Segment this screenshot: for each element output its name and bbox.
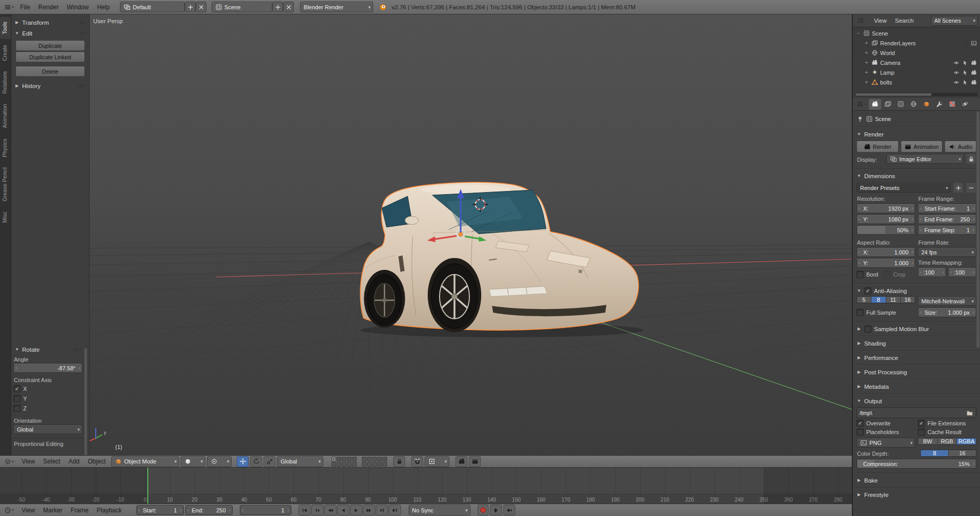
file-extensions-toggle[interactable]: File Extensions [918, 420, 976, 427]
outliner-item-scene[interactable]: −Scene [853, 28, 980, 38]
layer-cell[interactable] [337, 462, 341, 467]
expand-plus-icon[interactable]: + [864, 70, 869, 75]
timeline-menu-view[interactable]: View [18, 507, 39, 514]
render-engine-dropdown[interactable]: Blender Render [300, 2, 373, 12]
render-visibility-toggle-icon[interactable] [971, 60, 977, 66]
render-presets-dropdown[interactable]: Render Presets [856, 183, 951, 193]
drag-grip-icon[interactable] [79, 32, 86, 35]
shelf-tab-grease-pencil[interactable]: Grease Pencil [0, 163, 11, 206]
properties-tab-modifiers[interactable] [933, 99, 946, 110]
shelf-tab-create[interactable]: Create [0, 40, 11, 66]
manipulator-scale-button[interactable] [264, 456, 275, 467]
drag-grip-icon[interactable] [74, 348, 81, 351]
outliner-menu-search[interactable]: Search [891, 18, 918, 24]
layer-cell[interactable] [372, 462, 377, 467]
checkbox-icon[interactable] [883, 271, 890, 278]
aspect-x-field[interactable]: X: 1.000 [856, 247, 915, 257]
checkbox-icon[interactable] [856, 428, 864, 436]
3d-viewport[interactable]: x y User Persp (1) [90, 14, 852, 455]
aspect-y-field[interactable]: Y: 1.000 [856, 258, 915, 268]
properties-tab-object[interactable] [920, 99, 933, 110]
history-panel-header[interactable]: History [11, 80, 89, 91]
output-path-field[interactable]: /tmp\ [856, 407, 976, 418]
expand-plus-icon[interactable]: + [864, 40, 869, 46]
layer-cell[interactable] [347, 457, 352, 461]
properties-scrollbar[interactable] [976, 111, 979, 348]
layer-cell[interactable] [331, 457, 336, 461]
sampled-motion-blur-panel-header[interactable]: Sampled Motion Blur [856, 323, 976, 334]
performance-panel-header[interactable]: Performance [856, 352, 976, 363]
layer-cell[interactable] [377, 457, 382, 461]
resolution-x-field[interactable]: X: 1920 px [856, 203, 915, 213]
viewport-menu-add[interactable]: Add [64, 458, 83, 465]
expand-plus-icon[interactable]: + [864, 50, 869, 56]
shelf-tab-physics[interactable]: Physics [0, 134, 11, 162]
mode-dropdown[interactable]: Object Mode [111, 456, 179, 467]
pin-icon[interactable] [856, 115, 864, 123]
checkbox-checked-icon[interactable] [856, 420, 864, 427]
expand-plus-icon[interactable]: + [864, 79, 869, 85]
shelf-tab-animation[interactable]: Animation [0, 99, 11, 133]
previous-keyframe-button[interactable] [311, 505, 324, 515]
editor-type-selector[interactable] [2, 507, 16, 514]
rotate-panel-header[interactable]: Rotate [13, 344, 82, 355]
layer-cell[interactable] [362, 457, 366, 461]
axis-y-toggle[interactable]: Y [13, 393, 82, 403]
layer-cell[interactable] [377, 462, 382, 467]
visibility-toggle-eye-icon[interactable] [953, 79, 959, 85]
selectability-toggle-icon[interactable] [962, 70, 968, 76]
placeholders-toggle[interactable]: Placeholders [856, 428, 915, 436]
add-preset-button[interactable] [953, 182, 964, 193]
manipulator-rotate-button[interactable] [250, 456, 262, 467]
resolution-y-field[interactable]: Y: 1080 px [856, 214, 915, 224]
shelf-button-duplicate[interactable]: Duplicate [15, 40, 85, 51]
next-frame-button[interactable] [363, 505, 375, 515]
layer-cell[interactable] [342, 462, 346, 467]
layer-cell[interactable] [367, 457, 372, 461]
insert-keyframe-button[interactable] [503, 505, 515, 515]
checkbox-icon[interactable] [13, 405, 21, 412]
viewport-menu-view[interactable]: View [18, 458, 39, 465]
render-visibility-toggle-icon[interactable] [971, 70, 977, 76]
dimensions-panel-header[interactable]: Dimensions [856, 170, 976, 181]
post-processing-panel-header[interactable]: Post Processing [856, 367, 976, 377]
frame-end-field[interactable]: End: 250 [185, 505, 233, 515]
aa-size-field[interactable]: Size: 1.000 px [918, 307, 976, 317]
timeline-menu-marker[interactable]: Marker [39, 507, 66, 514]
folder-icon[interactable] [966, 409, 973, 417]
cache-result-toggle[interactable]: Cache Result [918, 428, 976, 436]
viewport-menu-select[interactable]: Select [39, 458, 64, 465]
menu-file[interactable]: File [16, 4, 34, 11]
properties-tab-render-layers[interactable] [882, 99, 894, 110]
channel-rgba[interactable]: RGBA [957, 438, 976, 444]
compression-slider[interactable]: Compression: 15% [856, 459, 976, 469]
selectability-toggle-icon[interactable] [962, 79, 968, 85]
transform-panel-header[interactable]: Transform [11, 17, 89, 28]
properties-tab-texture[interactable] [946, 99, 958, 110]
visibility-toggle-eye-icon[interactable] [953, 70, 959, 76]
aa-samples-8[interactable]: 8 [871, 297, 886, 303]
display-dropdown[interactable]: Image Editor [886, 154, 964, 164]
checkbox-checked-icon[interactable] [918, 420, 925, 427]
scrollbar-thumb[interactable] [855, 93, 932, 96]
snap-toggle-button[interactable] [411, 456, 423, 467]
layer-cell[interactable] [367, 462, 372, 467]
start-frame-field[interactable]: Start Frame: 1 [918, 203, 976, 213]
layer-cell[interactable] [342, 457, 346, 461]
properties-tab-render[interactable] [869, 99, 881, 110]
expand-plus-icon[interactable]: + [864, 60, 869, 65]
antialiasing-panel-header[interactable]: Anti-Aliasing [856, 285, 976, 296]
next-keyframe-button[interactable] [376, 505, 388, 515]
layer-cell[interactable] [382, 462, 387, 467]
selectability-toggle-icon[interactable] [962, 60, 968, 66]
timeline-menu-playback[interactable]: Playback [93, 507, 126, 514]
antialiasing-toggle[interactable] [864, 287, 871, 295]
shelf-tab-relations[interactable]: Relations [0, 66, 11, 98]
layer-cell[interactable] [372, 457, 377, 461]
menu-help[interactable]: Help [93, 4, 114, 11]
renderlayer-badge-icon[interactable] [971, 40, 977, 46]
menu-window[interactable]: Window [63, 4, 93, 11]
motion-blur-toggle[interactable] [864, 325, 871, 333]
car-model[interactable] [360, 182, 638, 332]
outliner-scrollbar[interactable] [855, 93, 978, 96]
